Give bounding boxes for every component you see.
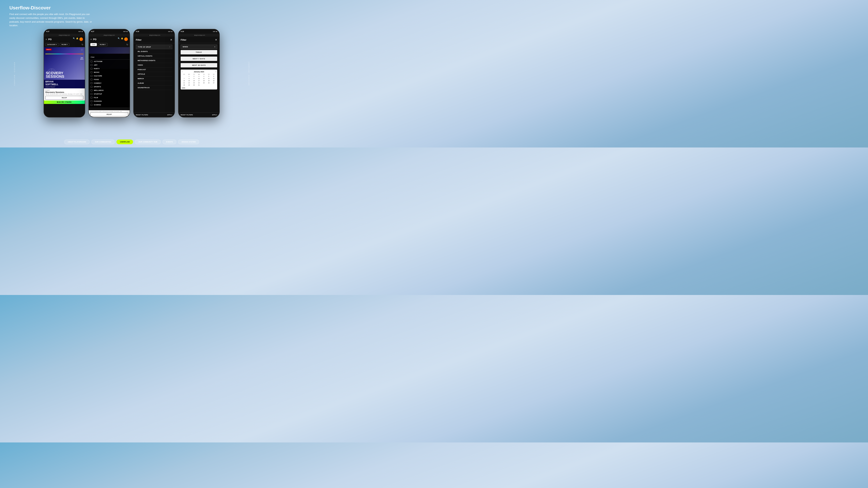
notification-icon[interactable]: 🔔 — [121, 37, 123, 41]
reset-filters-button[interactable]: RESET FILTERS — [136, 114, 148, 116]
dropdown-item-startup[interactable]: STARTUP — [89, 92, 130, 96]
favorite-icon[interactable]: ♡ — [81, 48, 83, 51]
cal-next-button[interactable]: › — [216, 71, 216, 73]
cal-day-28[interactable]: 28 — [182, 84, 186, 86]
avatar[interactable] — [80, 37, 83, 41]
dropdown-item-fashion[interactable]: FASHION — [89, 99, 130, 103]
refresh-button[interactable]: ↻ — [126, 43, 128, 46]
filter-close-button[interactable]: ✕ — [170, 38, 172, 41]
nav-design-system[interactable]: DESIGN SYSTEM — [178, 139, 199, 144]
checkbox-music[interactable] — [91, 71, 92, 73]
dropdown-item-sports[interactable]: SPORTS — [89, 85, 130, 89]
cal-day-30[interactable]: 30 — [192, 84, 196, 86]
clear-button[interactable]: Clear — [91, 56, 95, 58]
cal-day-6[interactable]: 6 — [211, 75, 216, 77]
apply-button-when[interactable]: APPLY — [212, 114, 217, 116]
calendar-clear-button[interactable]: Clear — [182, 87, 185, 88]
dropdown-item-film[interactable]: FILM — [89, 96, 130, 99]
checkbox-wellness[interactable] — [91, 90, 92, 91]
cal-day-19[interactable]: 19 — [206, 80, 211, 82]
cal-day-2[interactable]: 2 — [192, 75, 196, 77]
cal-day-4[interactable]: 4 — [202, 75, 206, 77]
cal-prev-button[interactable]: ‹ — [182, 71, 182, 73]
cal-day-27[interactable]: 27 — [211, 82, 216, 84]
dropdown-item-activism[interactable]: ACTIVISM — [89, 60, 130, 63]
avatar[interactable] — [124, 37, 128, 41]
dropdown-item-comedy[interactable]: COMEDY — [89, 81, 130, 85]
option-video[interactable]: VIDEO — [136, 63, 172, 67]
option-merch[interactable]: MERCH — [136, 76, 172, 81]
option-irl-events[interactable]: IRL EVENTS — [136, 50, 172, 54]
dropdown-item-culture[interactable]: CULTURE — [89, 74, 130, 78]
nav-userflow[interactable]: USERFLOW — [117, 139, 133, 144]
cal-day-8[interactable]: 8 — [187, 77, 191, 79]
cal-day-29[interactable]: 29 — [187, 84, 191, 86]
cal-day-17[interactable]: 17 — [196, 80, 201, 82]
checkbox-food[interactable] — [91, 78, 92, 80]
dropdown-item-gaming[interactable]: GAMING — [89, 103, 130, 107]
cal-day-10[interactable]: 10 — [196, 77, 201, 79]
nav-about-playground[interactable]: ABOUT PLAYGROUND — [64, 139, 90, 144]
filter-button[interactable]: FILTER ≡ — [98, 43, 107, 46]
filter-close-button-when[interactable]: ✕ — [215, 38, 217, 41]
nav-our-communities[interactable]: OUR COMMUNITIES — [91, 139, 115, 144]
cal-day-14[interactable]: 14 — [182, 80, 186, 82]
option-podcast[interactable]: PODCAST — [136, 67, 172, 72]
checkbox-art[interactable] — [91, 64, 92, 66]
cal-day-31[interactable]: 31 — [196, 84, 201, 86]
cal-day-5[interactable]: 5 — [206, 75, 211, 77]
dropdown-item-party[interactable]: PARTY — [89, 67, 130, 70]
when-dropdown[interactable]: WHEN ▾ — [181, 45, 217, 49]
cal-day-15[interactable]: 15 — [187, 80, 191, 82]
checkbox-party[interactable] — [91, 68, 92, 70]
option-album[interactable]: ALBUM — [136, 81, 172, 86]
dropdown-item-food[interactable]: FOOD — [89, 78, 130, 81]
nav-community-hub[interactable]: OUR COMMUNITY HUB — [135, 139, 161, 144]
type-of-drop-header[interactable]: TYPE OF DROP − — [136, 45, 172, 49]
cal-day-1[interactable]: 1 — [187, 75, 191, 77]
option-metaverse-events[interactable]: METAVERSE EVENTS — [136, 58, 172, 63]
today-button[interactable]: TODAY — [181, 50, 217, 55]
apply-button[interactable]: APPLY — [167, 114, 172, 116]
cal-day-26[interactable]: 26 — [206, 82, 211, 84]
hamburger-icon[interactable]: ≡ — [46, 38, 47, 40]
dropdown-item-music[interactable]: MUSIC — [89, 70, 130, 74]
category-button[interactable]: CATEGORY ▾ — [45, 43, 59, 46]
checkbox-activism[interactable] — [91, 61, 92, 62]
cal-day-12[interactable]: 12 — [206, 77, 211, 79]
cal-day-22[interactable]: 22 — [187, 82, 191, 84]
notification-icon[interactable]: 🔔 — [76, 37, 78, 41]
cal-day-7[interactable]: 7 — [182, 77, 186, 79]
hamburger-icon[interactable]: ≡ — [91, 38, 92, 40]
cal-day-25[interactable]: 25 — [202, 82, 206, 84]
search-icon[interactable]: 🔍 — [118, 37, 120, 41]
cal-day-11[interactable]: 11 — [202, 77, 206, 79]
checkbox-culture[interactable] — [91, 75, 92, 77]
checkbox-film[interactable] — [91, 97, 92, 98]
cal-day-3[interactable]: 3 — [196, 75, 201, 77]
option-soundtrack[interactable]: SOUNDTRACK — [136, 86, 172, 90]
cal-day-16[interactable]: 16 — [192, 80, 196, 82]
next7days-button[interactable]: NEXT 7 DAYS — [181, 57, 217, 61]
nav-events[interactable]: EVENTS — [162, 139, 176, 144]
cal-day-20[interactable]: 20 — [211, 80, 216, 82]
next30days-button[interactable]: NEXT 30 DAYS — [181, 63, 217, 67]
cal-day-18[interactable]: 18 — [202, 80, 206, 82]
checkbox-startup[interactable] — [91, 93, 92, 95]
option-article[interactable]: ARTICLE — [136, 72, 172, 76]
reset-filters-button-when[interactable]: RESET FILTERS — [181, 114, 193, 116]
cal-day-21[interactable]: 21 — [182, 82, 186, 84]
rsvp-button[interactable]: RSVP — [90, 112, 128, 117]
option-virtual-events[interactable]: VIRTUAL EVENTS — [136, 54, 172, 58]
checkbox-fashion[interactable] — [91, 100, 92, 102]
cal-day-24[interactable]: 24 — [196, 82, 201, 84]
checkbox-gaming[interactable] — [91, 104, 92, 106]
dropdown-item-wellness[interactable]: WELLNESS — [89, 89, 130, 92]
checkbox-comedy[interactable] — [91, 82, 92, 84]
checkbox-sports[interactable] — [91, 86, 92, 88]
filter-button[interactable]: FILTER ≡ — [60, 43, 69, 46]
cal-day-13[interactable]: 13 — [211, 77, 216, 79]
rsvp-button[interactable]: RSVP — [45, 96, 83, 100]
refresh-button[interactable]: ↻ — [82, 43, 83, 46]
search-icon[interactable]: 🔍 — [73, 37, 75, 41]
